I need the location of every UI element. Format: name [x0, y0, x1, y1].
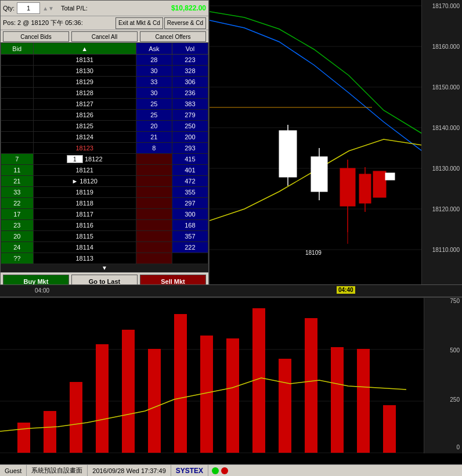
vol-cell: 236 [172, 88, 208, 99]
cancel-all-button[interactable]: Cancel All [71, 31, 138, 42]
vol-cell: 472 [172, 176, 208, 187]
price-cell: 18121 [33, 165, 136, 176]
vol-cell: 297 [172, 198, 208, 209]
price-cell: 18114 [33, 242, 136, 253]
price-label-5: 18130.000 [432, 165, 460, 172]
ask-cell [136, 220, 172, 231]
ask-cell [136, 165, 172, 176]
svg-rect-23 [385, 173, 395, 180]
status-dots [211, 467, 229, 474]
bid-cell: 11 [1, 165, 34, 176]
price-cell: ► 18120 [33, 176, 136, 187]
pnl-label: Total P/L: [61, 5, 88, 12]
price-label-4: 18140.000 [432, 125, 460, 131]
ask-cell: 28 [136, 55, 172, 66]
position-bar: Pos: 2 @ 18120 下午 05:36: Exit at Mkt & C… [1, 16, 208, 30]
vol-cell: 355 [172, 187, 208, 198]
price-cell[interactable]: 18122 [33, 154, 136, 165]
cancel-bids-button[interactable]: Cancel Bids [3, 31, 69, 42]
bid-cell [1, 132, 34, 143]
vol-cell: 200 [172, 132, 208, 143]
table-row: 2018115357 [1, 231, 208, 242]
bid-cell: 20 [1, 231, 34, 242]
table-row: 181238293 [1, 143, 208, 154]
ask-cell: 25 [136, 110, 172, 121]
table-row: 1812830236 [1, 88, 208, 99]
ask-cell [136, 154, 172, 165]
left-panel: Qty: ▲▼ Total P/L: $10,822.00 Pos: 2 @ 1… [0, 0, 209, 284]
price-annotation: 18109 [305, 250, 322, 256]
vol-cell: 168 [172, 220, 208, 231]
bid-cell: 23 [1, 220, 34, 231]
vol-label-750: 750 [450, 298, 460, 304]
ask-cell: 30 [136, 66, 172, 77]
price-cell: 18119 [33, 187, 136, 198]
price-cell: 18124 [33, 132, 136, 143]
price-cell: 18127 [33, 99, 136, 110]
price-cell: 18128 [33, 88, 136, 99]
svg-rect-42 [357, 349, 370, 453]
systex-segment: SYSTEX [171, 465, 208, 476]
price-cell: 18126 [33, 110, 136, 121]
scroll-down[interactable]: ▼ [1, 264, 208, 272]
price-cell: 18113 [33, 253, 136, 264]
price-cell: 18125 [33, 121, 136, 132]
status-dot-red [221, 467, 228, 474]
svg-rect-40 [305, 318, 317, 453]
ask-cell [136, 187, 172, 198]
ask-cell [136, 253, 172, 264]
reverse-button[interactable]: Reverse & Cd [164, 17, 206, 29]
vol-label-250: 250 [450, 396, 460, 403]
ask-cell: 20 [136, 121, 172, 132]
table-row: 2218118297 [1, 198, 208, 209]
price-cell: 18116 [33, 220, 136, 231]
price-cell: 18131 [33, 55, 136, 66]
datetime-label: 2016/09/28 Wed 17:37:49 [92, 467, 165, 474]
bid-cell [1, 121, 34, 132]
cancel-bar: Cancel Bids Cancel All Cancel Offers [1, 30, 208, 42]
settings-segment: 系統預設自設畫面 [27, 465, 88, 476]
bid-cell: 21 [1, 176, 34, 187]
vol-label-500: 500 [450, 347, 460, 354]
bid-cell [1, 110, 34, 121]
bid-cell [1, 55, 34, 66]
ask-cell: 25 [136, 99, 172, 110]
bid-cell: 33 [1, 187, 34, 198]
price-cell: 18130 [33, 66, 136, 77]
vol-cell: 279 [172, 110, 208, 121]
cancel-offers-button[interactable]: Cancel Offers [140, 31, 206, 42]
status-dot-green [212, 467, 219, 474]
bid-cell [1, 99, 34, 110]
ask-cell [136, 209, 172, 220]
qty-input[interactable] [17, 2, 40, 14]
price-cell: 18129 [33, 77, 136, 88]
volume-scale: 750 500 250 0 [424, 298, 462, 453]
table-row: 1812933306 [1, 77, 208, 88]
bid-cell: 22 [1, 198, 34, 209]
settings-label: 系統預設自設畫面 [31, 466, 82, 475]
ask-cell [136, 198, 172, 209]
svg-rect-22 [373, 171, 386, 197]
status-bar: Guest 系統預設自設畫面 2016/09/28 Wed 17:37:49 S… [0, 464, 462, 476]
table-row: 7 18122415 [1, 154, 208, 165]
svg-rect-34 [148, 349, 161, 453]
price-label-6: 18120.000 [432, 206, 460, 212]
vol-cell: 306 [172, 77, 208, 88]
bid-cell [1, 88, 34, 99]
ask-cell [136, 176, 172, 187]
bid-cell: 7 [1, 154, 34, 165]
table-row: 1813128223 [1, 55, 208, 66]
vol-cell [172, 253, 208, 264]
price-cell: 18118 [33, 198, 136, 209]
guest-segment: Guest [0, 465, 27, 476]
vol-cell: 293 [172, 143, 208, 154]
svg-rect-29 [17, 423, 30, 453]
table-row: 1118121401 [1, 165, 208, 176]
exit-button[interactable]: Exit at Mkt & Cd [116, 17, 163, 29]
ask-cell: 21 [136, 132, 172, 143]
price-label-2: 18160.000 [432, 44, 460, 50]
position-text: Pos: 2 @ 18120 下午 05:36: [3, 19, 114, 27]
pnl-value: $10,822.00 [171, 4, 206, 12]
vol-cell: 401 [172, 165, 208, 176]
bid-header: Bid [1, 43, 34, 55]
